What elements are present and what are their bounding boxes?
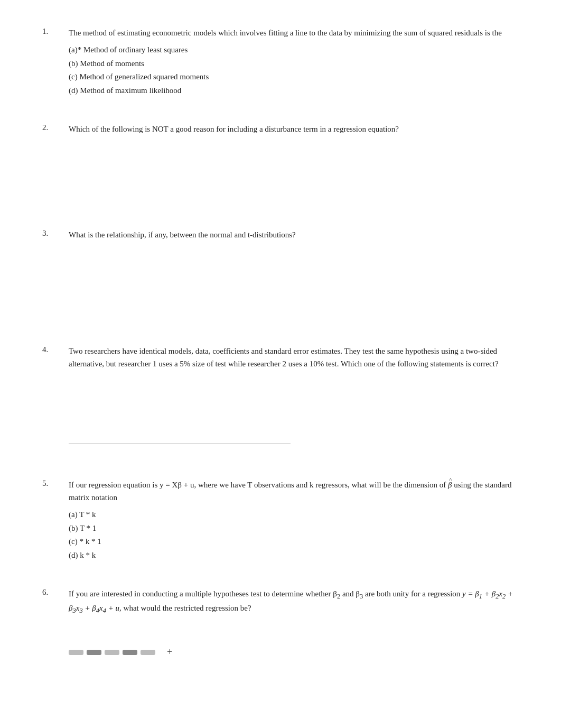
question-item-3: 3. What is the relationship, if any, bet…: [42, 228, 519, 319]
footer-dots: [69, 650, 155, 655]
question-text-6: If you are interested in conducting a mu…: [69, 587, 519, 616]
question-text-4: Two researchers have identical models, d…: [69, 345, 519, 370]
spacer-3: [69, 245, 519, 319]
answer-option: (b) Method of moments: [69, 57, 519, 71]
question-list: 1. The method of estimating econometric …: [42, 26, 519, 658]
dot-1: [69, 650, 83, 655]
answer-option: (c) * k * 1: [69, 535, 519, 549]
answer-options-5: (a) T * k (b) T * 1 (c) * k * 1 (d) k * …: [69, 508, 519, 562]
spacer-4: [69, 374, 519, 438]
question-number-6: 6.: [42, 587, 69, 597]
question-item-5: 5. If our regression equation is y = Xβ …: [42, 478, 519, 562]
question-number-5: 5.: [42, 478, 69, 488]
q6-text-part1: If you are interested in conducting a mu…: [69, 589, 462, 598]
question-number-1: 1.: [42, 26, 69, 36]
answer-option: (b) T * 1: [69, 522, 519, 536]
spacer-2: [69, 140, 519, 203]
question-number-4: 4.: [42, 345, 69, 354]
question-item-6: 6. If you are interested in conducting a…: [42, 587, 519, 658]
footer-area: +: [69, 647, 519, 658]
dot-5: [141, 650, 155, 655]
q6-text-part3: , what would the restricted regression b…: [119, 604, 251, 612]
question-body-4: Two researchers have identical models, d…: [69, 345, 519, 453]
question-text-2: Which of the following is NOT a good rea…: [69, 123, 519, 135]
spacer-6: [69, 620, 519, 636]
question-body-6: If you are interested in conducting a mu…: [69, 587, 519, 658]
question-number-2: 2.: [42, 123, 69, 132]
question-body-2: Which of the following is NOT a good rea…: [69, 123, 519, 203]
beta-hat-symbol: β: [448, 478, 452, 491]
dot-4: [123, 650, 137, 655]
divider-4: [69, 443, 291, 444]
question-body-5: If our regression equation is y = Xβ + u…: [69, 478, 519, 562]
answer-option: (c) Method of generalized squared moment…: [69, 70, 519, 84]
question-item-4: 4. Two researchers have identical models…: [42, 345, 519, 453]
question-item-2: 2. Which of the following is NOT a good …: [42, 123, 519, 203]
answer-option: (d) k * k: [69, 549, 519, 563]
answer-options-1: (a)* Method of ordinary least squares (b…: [69, 43, 519, 97]
plus-button[interactable]: +: [167, 647, 172, 658]
question-item-1: 1. The method of estimating econometric …: [42, 26, 519, 97]
question-text-3: What is the relationship, if any, betwee…: [69, 228, 519, 241]
dot-2: [87, 650, 101, 655]
question-text-5: If our regression equation is y = Xβ + u…: [69, 478, 519, 504]
question-body-3: What is the relationship, if any, betwee…: [69, 228, 519, 319]
question-body-1: The method of estimating econometric mod…: [69, 26, 519, 97]
question-text-1: The method of estimating econometric mod…: [69, 26, 519, 39]
answer-option: (d) Method of maximum likelihood: [69, 84, 519, 98]
q5-text-part1: If our regression equation is y = Xβ + u…: [69, 481, 448, 489]
question-number-3: 3.: [42, 228, 69, 238]
dot-3: [105, 650, 119, 655]
answer-option: (a) T * k: [69, 508, 519, 522]
answer-option: (a)* Method of ordinary least squares: [69, 43, 519, 57]
